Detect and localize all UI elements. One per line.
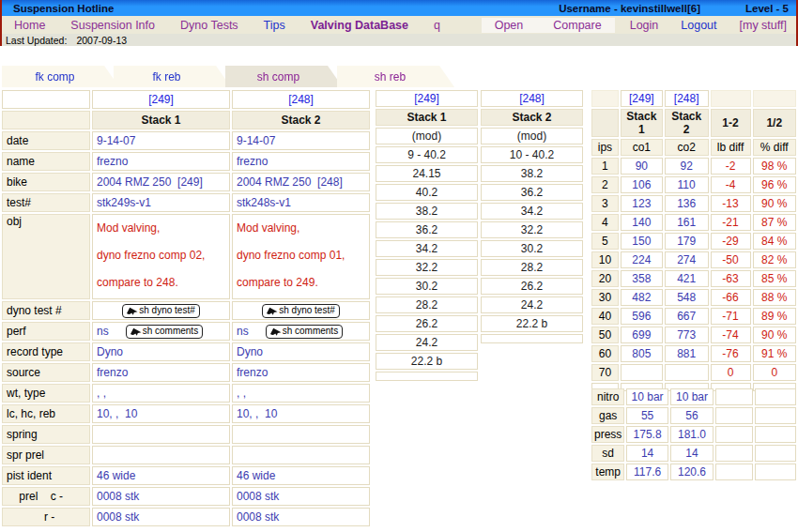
detail-ref-248[interactable]: [248] xyxy=(232,90,370,109)
row-value-1: frenzo xyxy=(92,363,230,382)
dyno-col-header-row: ipsco1co2lb diff% diff xyxy=(591,139,796,156)
dyno-ref-blank xyxy=(591,90,619,107)
row-value-1: Dyno xyxy=(92,342,230,361)
stack-empty-cell xyxy=(481,334,583,343)
row-value-1: frezno xyxy=(92,152,230,171)
stack-value: 38.2 xyxy=(376,203,478,220)
last-updated-bar: Last Updated: 2007-09-13 xyxy=(2,34,796,46)
co2-value: 274 xyxy=(665,251,709,268)
stack-value-row: (mod) xyxy=(481,128,583,144)
stack-value: 26.2 xyxy=(376,315,478,332)
nav-item-login[interactable]: Login xyxy=(630,19,659,32)
nav-item-suspension-info[interactable]: Suspension Info xyxy=(70,19,155,32)
detail-row-perf: perfnssh commentsnssh comments xyxy=(2,322,370,341)
button-cell: sh dyno test# xyxy=(97,304,225,318)
pct-diff-value: 87 % xyxy=(753,214,796,231)
tab-fk-reb[interactable]: fk reb xyxy=(114,66,231,87)
row-label: lc, hc, reb xyxy=(2,404,90,423)
row-label: name xyxy=(2,152,90,171)
dyno-col-co2: co2 xyxy=(665,139,709,156)
row-label: obj xyxy=(2,214,90,299)
row-value-2: , , xyxy=(232,384,370,403)
co2-value: 92 xyxy=(665,158,709,175)
nav-item-compare[interactable]: Compare xyxy=(553,19,601,32)
co1-value: 596 xyxy=(621,308,663,325)
co2-value: 667 xyxy=(665,308,709,325)
co2-value: 421 xyxy=(665,270,709,287)
dyno-data-row: 7000 xyxy=(591,364,796,381)
stack-value: 34.2 xyxy=(376,240,478,257)
ips-value: 4 xyxy=(591,214,619,231)
row-value-2: 9-14-07 xyxy=(232,131,370,150)
env-blank xyxy=(715,464,753,480)
row-value-2: 46 wide xyxy=(232,466,370,485)
row-value-1: 0008 stk xyxy=(92,487,230,506)
row-value-1: , , xyxy=(92,384,230,403)
row-label: prel c - xyxy=(2,487,90,506)
button-label: sh comments xyxy=(283,327,338,336)
lb-diff-value: -76 xyxy=(711,345,751,362)
nav-item-valving-database[interactable]: Valving DataBase xyxy=(311,19,408,32)
stack-value-row: 30.2 xyxy=(481,240,583,257)
stack-value-row xyxy=(376,372,478,381)
stack-value-row: 32.2 xyxy=(481,221,583,238)
sh-dyno-test-button[interactable]: sh dyno test# xyxy=(262,304,339,318)
nav-item-tips[interactable]: Tips xyxy=(264,19,285,32)
stack-ref-link[interactable]: [248] xyxy=(481,90,583,107)
sh-comments-button[interactable]: sh comments xyxy=(266,325,343,339)
tab-fk-comp[interactable]: fk comp xyxy=(2,66,119,87)
ips-value: 50 xyxy=(591,327,619,343)
detail-ref-249[interactable]: [249] xyxy=(92,90,230,109)
nav-item-home[interactable]: Home xyxy=(14,19,45,32)
nav-item-my-stuff[interactable]: [my stuff] xyxy=(740,19,787,32)
row-value-2: 0008 stk xyxy=(232,508,370,526)
dyno-ref-248[interactable]: [248] xyxy=(665,90,709,107)
stack-value-row: 24.2 xyxy=(376,334,478,351)
co1-value: 699 xyxy=(621,327,663,343)
lb-diff-value: -13 xyxy=(711,195,751,212)
env-blank xyxy=(715,388,753,405)
dyno-ref-249[interactable]: [249] xyxy=(621,90,663,107)
row-label: pist ident xyxy=(2,466,90,485)
obj-line: compare to 249. xyxy=(237,269,365,296)
stack-value: 22.2 b xyxy=(376,353,478,370)
co1-value: 90 xyxy=(621,158,663,175)
stack-value-row: 36.2 xyxy=(376,221,478,238)
nav-item-dyno-tests[interactable]: Dyno Tests xyxy=(180,19,238,32)
tab-sh-reb[interactable]: sh reb xyxy=(337,66,454,87)
detail-row-test: test#stk249s-v1stk248s-v1 xyxy=(2,193,370,212)
stack-value: 9 - 40.2 xyxy=(376,146,478,163)
stack-value: (mod) xyxy=(481,128,583,144)
env-blank xyxy=(755,445,796,462)
dyno-data-row: 4140161-2187 % xyxy=(591,214,796,231)
sh-comments-button[interactable]: sh comments xyxy=(126,325,203,339)
last-updated-label: Last Updated: xyxy=(6,35,67,46)
dyno-data-row: 2106110-496 % xyxy=(591,176,796,193)
text-button-cell: nssh comments xyxy=(97,325,225,339)
nav-item-open[interactable]: Open xyxy=(495,19,524,32)
detail-table-body: [249][248]Stack 1Stack 2date9-14-079-14-… xyxy=(2,90,370,526)
detail-table: [249][248]Stack 1Stack 2date9-14-079-14-… xyxy=(0,88,372,528)
row-value-1: 10, , 10 xyxy=(92,404,230,423)
lb-diff-value: -50 xyxy=(711,251,751,268)
row-value-1: Mod valving,dyno frezno comp 02,compare … xyxy=(92,214,230,299)
button-cell: sh dyno test# xyxy=(237,304,365,318)
stack-ref-link[interactable]: [249] xyxy=(376,90,478,107)
env-label: press xyxy=(591,426,624,443)
ips-value: 20 xyxy=(591,270,619,287)
nav-item-q[interactable]: q xyxy=(434,19,440,32)
stack-value-row: 40.2 xyxy=(376,184,478,201)
tab-sh-comp[interactable]: sh comp xyxy=(225,66,343,87)
nav-item-logout[interactable]: Logout xyxy=(681,19,716,32)
title-bar-right: Username - kevinstillwell[6] Level - 5 xyxy=(559,3,789,14)
dyno-data-row: 5150179-2984 % xyxy=(591,233,796,250)
stack-value: 36.2 xyxy=(376,221,478,238)
pct-diff-value: 84 % xyxy=(753,233,796,250)
obj-line: dyno frezno comp 01, xyxy=(237,242,365,269)
sh-dyno-test-button[interactable]: sh dyno test# xyxy=(122,304,199,318)
stack-value: 26.2 xyxy=(481,278,583,295)
stack-value: 30.2 xyxy=(481,240,583,257)
co1-value: 140 xyxy=(621,214,663,231)
env-blank xyxy=(715,445,753,462)
env-value-1: 55 xyxy=(626,407,668,424)
